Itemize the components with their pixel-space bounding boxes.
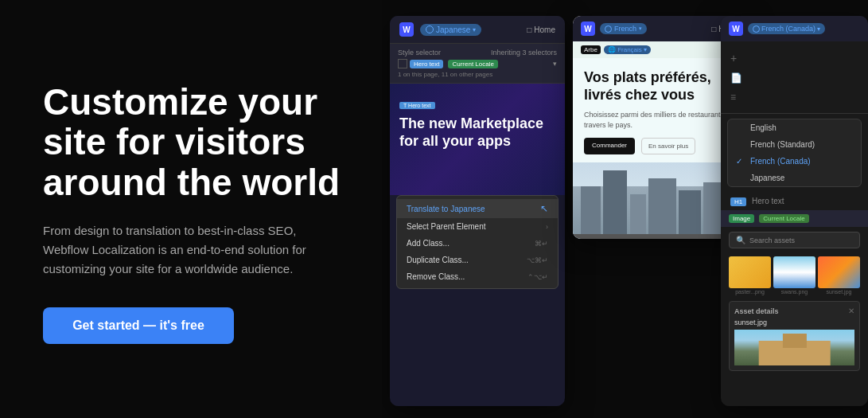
hero-tag: Hero text [410,60,443,68]
french-buttons: Commander En savoir plus [584,138,737,154]
style-selector-panel: Style selector Inheriting 3 selectors He… [390,44,565,84]
french-badge-small: 🌐 Français ▾ [604,45,651,54]
h1-indicator: H1 Hero text [721,192,868,210]
french-title: Vos plats préférés, livrés chez vous [584,69,737,104]
chevron-down-icon: ▾ [817,25,820,33]
japanese-locale-badge: Japanese ▾ [420,24,481,36]
dropdown-icon: ▾ [553,60,557,68]
asset-item-2[interactable]: swans.png [773,256,815,295]
restaurant-name: Arbe [581,45,601,54]
search-icon: 🔍 [736,236,745,244]
panel-japanese: W Japanese ▾ □ Home Style selector Inher… [390,16,565,406]
asset-filename-2: swans.png [773,289,815,295]
asset-filename-1: paster...png [729,289,771,295]
building-3 [630,194,646,234]
asset-detail-title: Asset details [734,307,779,315]
webflow-logo-french: W [581,21,595,36]
canada-locale-badge[interactable]: French (Canada) ▾ [748,23,825,34]
globe-icon-canada [753,25,760,33]
chevron-icon-french: ▾ [639,25,642,32]
context-menu-item-add-class[interactable]: Add Class... ⌘↵ [397,235,558,252]
panel-right: W French (Canada) ▾ + 📄 ≡ English [721,16,868,406]
marketplace-title: The new Marketplace for all your apps [399,115,555,150]
hero-section: Customize your site for visitors around … [0,0,382,418]
context-menu: Translate to Japanese ↖ Select Parent El… [396,195,559,289]
cursor-indicator: ↖ [540,203,548,214]
building-5 [679,190,701,234]
panel-right-actions: + 📄 ≡ [721,41,868,114]
asset-thumb-sunset [818,256,860,288]
locale-dropdown: English French (Standard) ✓ French (Cana… [727,119,862,187]
inheriting-label: Inheriting 3 selectors [491,49,557,57]
webflow-logo: W [399,22,414,37]
globe-icon [426,25,434,33]
search-assets-panel: 🔍 Search assets [721,227,868,253]
asset-filename-3: sunset.jpg [818,289,860,295]
asset-item-3[interactable]: sunset.jpg [818,256,860,295]
search-assets-box[interactable]: 🔍 Search assets [729,232,860,248]
asset-detail-name: sunset.jpg [734,318,854,326]
context-menu-item-parent[interactable]: Select Parent Element › [397,218,558,235]
panel-japanese-header: W Japanese ▾ □ Home [390,16,565,44]
panel-right-header: W French (Canada) ▾ [721,16,868,41]
close-icon[interactable]: ✕ [848,307,854,315]
asset-detail-preview [734,330,854,365]
current-locale-tag: Current Locale [759,214,808,223]
home-icon-left: □ [711,25,716,33]
demo-panels: W Japanese ▾ □ Home Style selector Inher… [382,0,868,418]
locale-option-french-canada[interactable]: ✓ French (Canada) [728,153,861,170]
context-menu-item-duplicate-class[interactable]: Duplicate Class... ⌥⌘↵ [397,252,558,268]
asset-thumbnails: paster...png swans.png sunset.jpg [721,253,868,298]
style-selector-label: Style selector [398,49,441,57]
marketplace-hero: T Hero text The new Marketplace for all … [390,84,565,195]
plus-icon: + [730,52,737,64]
pages-icon: 📄 [730,72,742,84]
savoir-plus-button[interactable]: En savoir plus [641,138,695,154]
chevron-icon: ▾ [473,26,476,33]
building-2 [603,170,627,234]
on-page-text: 1 on this page, 11 on other pages [398,71,557,78]
context-menu-item-translate[interactable]: Translate to Japanese ↖ [397,199,558,218]
search-placeholder-text: Search assets [749,236,795,244]
action-menu[interactable]: ≡ [721,88,868,107]
image-locale-bar: Image Current Locale [721,210,868,227]
image-tag: Image [729,214,754,223]
home-icon: □ [527,25,531,34]
locale-tag: Current Locale [448,60,497,68]
french-subtitle: Choisissez parmi des milliers de restaur… [584,110,737,130]
hero-title: Customize your site for visitors around … [43,82,342,203]
building-1 [581,186,601,234]
locale-option-english[interactable]: English [728,119,861,136]
home-link-middle: □ Home [527,25,555,34]
cta-button[interactable]: Get started — it's free [43,307,234,344]
action-pages[interactable]: 📄 [721,68,868,88]
locale-option-japanese[interactable]: Japanese [728,170,861,186]
locale-option-french-standard[interactable]: French (Standard) [728,136,861,153]
asset-thumb-swans [773,256,815,288]
hero-text-icon [398,59,407,68]
hero-subtitle: From design to translation to best-in-cl… [43,221,342,279]
webflow-logo-right: W [729,21,743,36]
asset-detail-panel: Asset details ✕ sunset.jpg [729,301,860,371]
building-4 [648,178,676,234]
french-locale-badge: French ▾ [600,23,647,34]
context-menu-item-remove-class[interactable]: Remove Class... ⌃⌥↵ [397,268,558,285]
asset-thumb-yellow [729,256,771,288]
hero-text-label: T Hero text [399,102,435,109]
action-add[interactable]: + [721,48,868,68]
commander-button[interactable]: Commander [584,138,635,154]
h1-badge: H1 [730,197,746,206]
menu-icon: ≡ [730,92,736,103]
asset-detail-header: Asset details ✕ [734,307,854,315]
asset-item-1[interactable]: paster...png [729,256,771,295]
globe-icon-french [605,25,612,33]
